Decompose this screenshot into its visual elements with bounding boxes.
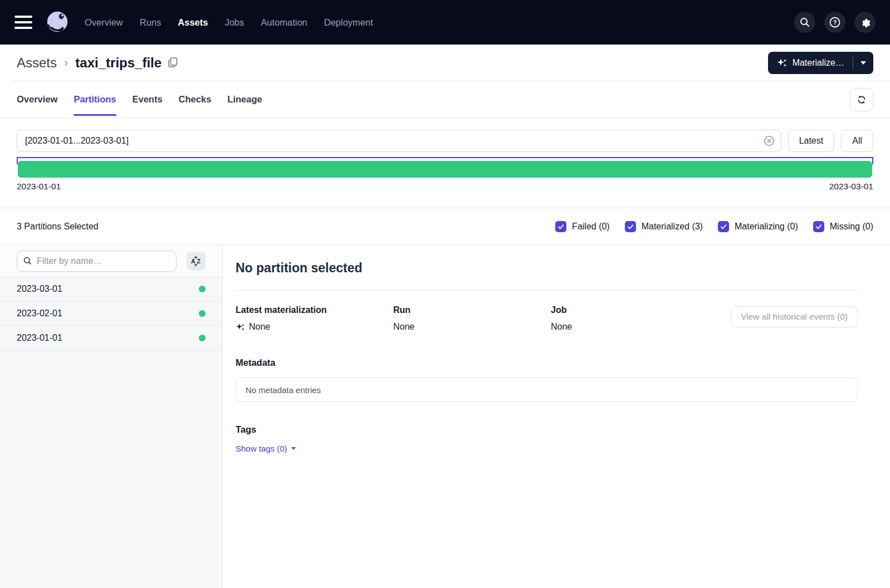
nav-item-automation[interactable]: Automation [261,17,307,28]
status-filter-failed[interactable]: Failed (0) [555,221,610,232]
svg-text:?: ? [833,19,837,26]
partition-name: 2023-03-01 [17,284,62,294]
sparkle-icon [236,322,245,332]
partition-name: 2023-01-01 [17,333,62,343]
partitions-selected-count: 3 Partitions Selected [17,222,99,232]
latest-materialization-value: None [249,322,270,332]
status-filter-label: Failed (0) [572,222,610,232]
materialize-button-label: Materialize… [793,58,844,68]
range-start-label: 2023-01-01 [17,182,61,192]
copy-asset-name-button[interactable] [168,57,178,68]
materialize-dropdown-button[interactable] [853,52,873,74]
nav-item-assets[interactable]: Assets [178,17,208,28]
settings-icon [859,16,871,28]
status-filter-label: Missing (0) [830,222,873,232]
metadata-title: Metadata [236,357,858,368]
sparkle-icon [776,57,788,68]
partition-row-2023-02-01[interactable]: 2023-02-01 [0,301,222,326]
show-tags-link[interactable]: Show tags (0) [236,444,296,453]
nav-item-overview[interactable]: Overview [85,17,123,28]
status-filter-label: Materialized (3) [642,222,703,232]
checkbox-checked-icon [813,221,824,232]
dagster-logo-icon[interactable] [45,9,70,35]
partition-toolbar: Latest All 2023-01-01 2023-03-01 [0,118,890,208]
selection-summary-row: 3 Partitions Selected Failed (0) Materia… [0,208,890,245]
nav-item-runs[interactable]: Runs [140,17,162,28]
tab-partitions[interactable]: Partitions [74,81,116,117]
sort-order-button[interactable]: A Z [187,252,206,270]
run-value: None [393,322,414,332]
copy-icon [168,57,178,68]
clear-circle-icon [763,135,775,147]
breadcrumb-separator: › [64,56,68,70]
primary-nav: Overview Runs Assets Jobs Automation Dep… [85,17,373,28]
materialize-button[interactable]: Materialize… [768,52,853,74]
partition-list-panel: A Z 2023-03-01 2023-02-01 2023-01-01 [0,245,223,588]
breadcrumb: Assets › taxi_trips_file Materialize… [0,45,890,81]
refresh-button[interactable] [850,88,873,111]
asset-tabs-row: Overview Partitions Events Checks Lineag… [0,81,890,118]
job-column: Job None [551,305,708,332]
help-icon: ? [829,16,841,28]
partition-detail-panel: No partition selected Latest materializa… [223,245,890,588]
selected-range-bracket [17,157,873,164]
help-button[interactable]: ? [824,12,845,33]
tags-section: Tags Show tags (0) [236,424,858,454]
latest-materialization-label: Latest materialization [236,305,393,315]
partition-name: 2023-02-01 [17,308,62,318]
nav-item-deployment[interactable]: Deployment [324,17,373,28]
materialized-status-dot [199,310,206,317]
nav-item-jobs[interactable]: Jobs [224,17,244,28]
refresh-icon [857,95,867,105]
partition-filter-input[interactable] [17,251,177,272]
tab-overview[interactable]: Overview [17,81,57,117]
partition-health-bar-wrap [17,157,873,178]
checkbox-checked-icon [625,221,636,232]
divider [236,290,858,291]
checkbox-checked-icon [555,221,566,232]
materialized-status-dot [199,335,206,341]
all-button[interactable]: All [841,130,873,152]
latest-button[interactable]: Latest [788,130,835,152]
status-filter-label: Materializing (0) [735,222,798,232]
view-historical-events-button[interactable]: View all historical events (0) [731,306,858,327]
materialized-status-dot [199,286,206,292]
metadata-empty-text: No metadata entries [246,385,321,395]
partition-range-input[interactable] [17,130,781,152]
run-column: Run None [393,305,551,332]
search-icon [799,17,810,28]
materialize-split-button: Materialize… [768,52,873,74]
menu-icon[interactable] [14,16,32,29]
caret-down-icon [860,61,866,65]
status-filter-materializing[interactable]: Materializing (0) [718,221,798,232]
caret-down-icon [291,447,296,450]
search-icon [23,256,32,268]
checkbox-checked-icon [718,221,729,232]
page-title: taxi_trips_file [75,55,162,71]
sort-az-icon: A Z [190,256,202,267]
run-label: Run [393,305,551,315]
top-navbar: Overview Runs Assets Jobs Automation Dep… [0,0,890,45]
show-tags-label: Show tags (0) [236,444,287,453]
partition-row-2023-03-01[interactable]: 2023-03-01 [0,277,222,301]
tab-lineage[interactable]: Lineage [227,81,262,117]
job-value: None [551,322,572,332]
settings-button[interactable] [854,12,876,33]
svg-text:A: A [191,258,195,264]
svg-text:Z: Z [197,258,201,264]
search-button[interactable] [794,12,815,33]
tab-checks[interactable]: Checks [179,81,212,117]
latest-materialization-column: Latest materialization None [236,305,393,332]
range-end-label: 2023-03-01 [829,182,873,192]
status-filter-missing[interactable]: Missing (0) [813,221,873,232]
partition-row-2023-01-01[interactable]: 2023-01-01 [0,326,222,350]
breadcrumb-assets-link[interactable]: Assets [17,55,57,71]
job-label: Job [551,305,708,315]
tags-title: Tags [236,424,858,435]
metadata-section: Metadata No metadata entries [236,357,858,402]
status-filter-materialized[interactable]: Materialized (3) [625,221,703,232]
detail-panel-title: No partition selected [236,261,858,276]
partition-list: 2023-03-01 2023-02-01 2023-01-01 [0,277,222,588]
tab-events[interactable]: Events [133,81,163,117]
clear-range-button[interactable] [763,135,775,147]
